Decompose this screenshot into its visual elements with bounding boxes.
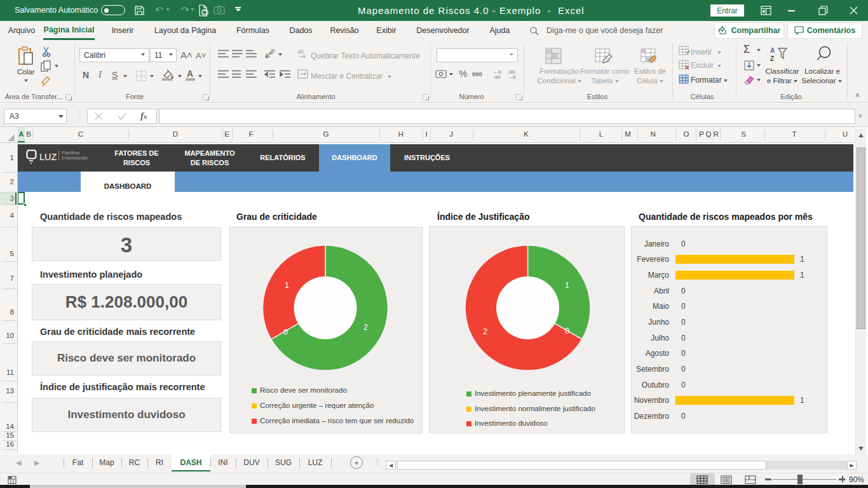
svg-text:0: 0	[283, 328, 288, 337]
svg-text:ab: ab	[297, 48, 304, 55]
svg-text:→0: →0	[508, 74, 516, 79]
svg-text:1: 1	[285, 281, 289, 290]
svg-text:0: 0	[565, 327, 569, 336]
svg-text:Z: Z	[770, 55, 774, 62]
svg-text:2: 2	[363, 323, 368, 332]
svg-text:2: 2	[483, 327, 487, 336]
svg-text:.00: .00	[493, 74, 501, 79]
svg-text:1: 1	[565, 281, 569, 290]
svg-text:A: A	[770, 47, 775, 54]
